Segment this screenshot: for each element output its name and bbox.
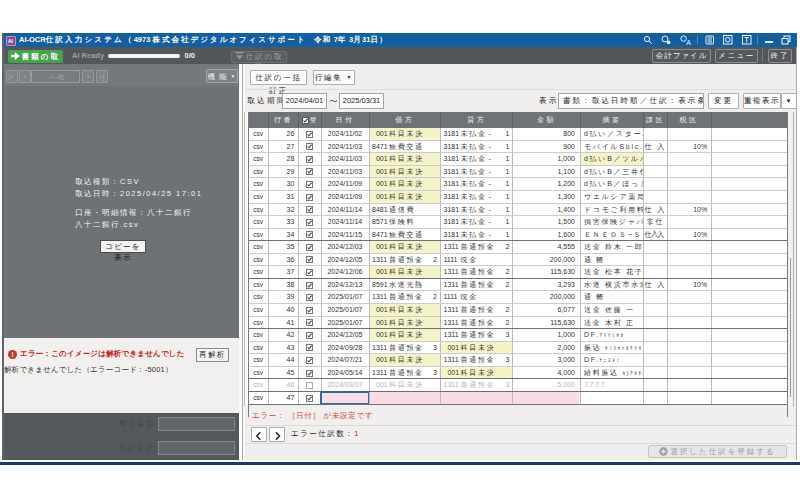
svg-text:A: A xyxy=(686,39,691,46)
